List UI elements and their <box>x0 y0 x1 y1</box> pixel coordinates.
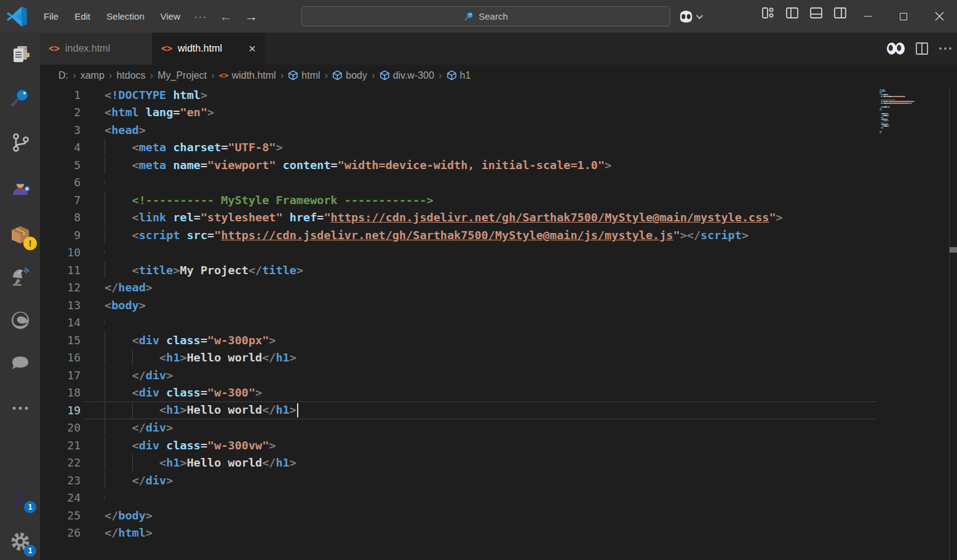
line-number[interactable]: 24 <box>40 491 81 504</box>
tab-index-html[interactable]: <>index.html <box>40 33 153 65</box>
code-text[interactable]: <div class="w-300vw"> <box>105 439 276 452</box>
minimize-icon <box>864 16 872 17</box>
code-text[interactable]: </body> <box>105 509 153 522</box>
line-number[interactable]: 20 <box>40 421 81 434</box>
line-number[interactable]: 11 <box>40 264 81 277</box>
breadcrumb-item-h1[interactable]: h1 <box>447 70 471 81</box>
code-text[interactable]: </div> <box>105 369 173 382</box>
line-number[interactable]: 6 <box>40 176 81 189</box>
line-number[interactable]: 18 <box>40 386 81 399</box>
command-center-search[interactable]: Search <box>301 6 670 26</box>
menu-edit[interactable]: Edit <box>66 7 98 25</box>
code-text[interactable]: </div> <box>105 421 173 434</box>
code-text[interactable]: </div> <box>105 474 173 487</box>
navigate-back-button[interactable]: ← <box>213 8 239 25</box>
minimize-button[interactable] <box>850 0 886 33</box>
minimap[interactable] <box>880 89 947 134</box>
line-number[interactable]: 16 <box>40 351 81 364</box>
line-number[interactable]: 25 <box>40 509 81 522</box>
line-number[interactable]: 12 <box>40 281 81 294</box>
line-number[interactable]: 13 <box>40 299 81 312</box>
breadcrumb-item-width-html[interactable]: <>width.html <box>219 70 276 81</box>
overview-ruler[interactable] <box>949 86 957 560</box>
code-text[interactable]: <script src="https://cdn.jsdelivr.net/gh… <box>105 229 749 242</box>
line-number[interactable]: 19 <box>40 404 81 417</box>
line-number[interactable]: 15 <box>40 334 81 347</box>
line-number[interactable]: 4 <box>40 141 81 154</box>
menu-selection[interactable]: Selection <box>98 7 153 25</box>
line-number[interactable]: 17 <box>40 369 81 382</box>
menu-file[interactable]: File <box>36 7 66 25</box>
activity-bar-item-search[interactable] <box>8 85 33 110</box>
line-number[interactable]: 2 <box>40 106 81 119</box>
breadcrumb-item-htdocs[interactable]: htdocs <box>116 70 145 81</box>
line-number[interactable]: 7 <box>40 194 81 207</box>
activity-bar-item-explorer[interactable] <box>8 42 33 66</box>
html-file-icon: <> <box>219 71 229 80</box>
tab-width-html[interactable]: <>width.html× <box>153 33 265 65</box>
code-text[interactable]: <!DOCTYPE html> <box>105 89 207 101</box>
line-number[interactable]: 5 <box>40 159 81 172</box>
code-text[interactable]: <body> <box>105 299 146 312</box>
navigate-forward-button[interactable]: → <box>239 8 264 25</box>
line-number[interactable]: 21 <box>40 439 81 452</box>
tab-close-icon[interactable]: × <box>248 42 256 55</box>
code-text[interactable]: <h1>Hello world</h1> <box>105 456 296 469</box>
menu-view[interactable]: View <box>153 7 188 25</box>
code-text[interactable]: </html> <box>105 526 153 539</box>
code-text[interactable]: <meta charset="UTF-8"> <box>105 141 283 154</box>
activity-bar-item-more[interactable] <box>8 396 33 420</box>
line-number[interactable]: 9 <box>40 229 81 242</box>
menu-overflow-button[interactable]: ··· <box>188 7 213 25</box>
line-number[interactable]: 10 <box>40 246 81 259</box>
activity-bar-item-accounts[interactable]: 1 <box>8 486 33 510</box>
split-editor-icon[interactable] <box>915 42 929 55</box>
toggle-secondary-sidebar-icon[interactable] <box>833 6 847 20</box>
toggle-sidebar-icon[interactable] <box>785 6 799 20</box>
code-text[interactable]: <title>My Project</title> <box>105 264 303 277</box>
activity-bar-item-browser[interactable] <box>8 308 33 333</box>
line-number[interactable]: 23 <box>40 474 81 487</box>
code-text[interactable]: <h1>Hello world</h1> <box>105 403 298 418</box>
activity-bar-item-extensions[interactable]: ! <box>8 222 33 246</box>
code-text[interactable]: <html lang="en"> <box>105 106 214 119</box>
code-text[interactable]: <!---------- MyStyle Framework ---------… <box>105 194 434 207</box>
code-editor[interactable]: 1<!DOCTYPE html>2<html lang="en">3<head>… <box>40 86 957 560</box>
code-line-7: 7 <!---------- MyStyle Framework -------… <box>40 191 957 209</box>
line-number[interactable]: 8 <box>40 211 81 224</box>
breadcrumb-label: div.w-300 <box>393 70 434 81</box>
breadcrumb-item-My_Project[interactable]: My_Project <box>157 70 207 81</box>
line-number[interactable]: 14 <box>40 316 81 329</box>
breadcrumb-item-D-[interactable]: D: <box>58 70 68 81</box>
code-text[interactable]: <div class="w-300px"> <box>105 334 276 347</box>
breadcrumb-item-div-w-300[interactable]: div.w-300 <box>379 70 434 81</box>
eyes-icon[interactable] <box>886 41 905 56</box>
line-number[interactable]: 3 <box>40 124 81 136</box>
code-text[interactable]: <head> <box>105 124 146 136</box>
code-text[interactable]: </head> <box>105 281 153 294</box>
toggle-panel-icon[interactable] <box>809 6 823 20</box>
line-number[interactable]: 1 <box>40 89 81 101</box>
activity-bar-item-remote[interactable] <box>8 264 33 288</box>
code-text[interactable]: <h1>Hello world</h1> <box>105 351 296 364</box>
line-number[interactable]: 26 <box>40 526 81 539</box>
breadcrumb-item-xamp[interactable]: xamp <box>81 70 105 81</box>
code-text[interactable]: <div class="w-300"> <box>105 386 262 399</box>
breadcrumb-item-html[interactable]: html <box>288 70 320 81</box>
customize-layout-icon[interactable] <box>761 6 775 20</box>
activity-bar-item-chat[interactable] <box>8 352 33 376</box>
more-actions-icon[interactable] <box>939 46 952 51</box>
activity-bar-item-debug[interactable] <box>8 175 33 200</box>
code-text[interactable]: <meta name="viewport" content="width=dev… <box>105 159 611 172</box>
maximize-button[interactable] <box>886 0 921 33</box>
activity-bar-item-settings[interactable]: 1 <box>8 529 33 554</box>
code-line-13: 13<body> <box>40 296 957 314</box>
code-line-6: 6 <box>40 174 957 192</box>
copilot-menu-button[interactable] <box>678 6 701 26</box>
code-text[interactable]: <link rel="stylesheet" href="https://cdn… <box>105 211 783 224</box>
activity-bar-item-source-control[interactable] <box>8 130 33 155</box>
breadcrumb-item-body[interactable]: body <box>332 70 367 81</box>
code-line-12: 12</head> <box>40 279 957 297</box>
line-number[interactable]: 22 <box>40 456 81 469</box>
close-button[interactable] <box>921 0 957 33</box>
